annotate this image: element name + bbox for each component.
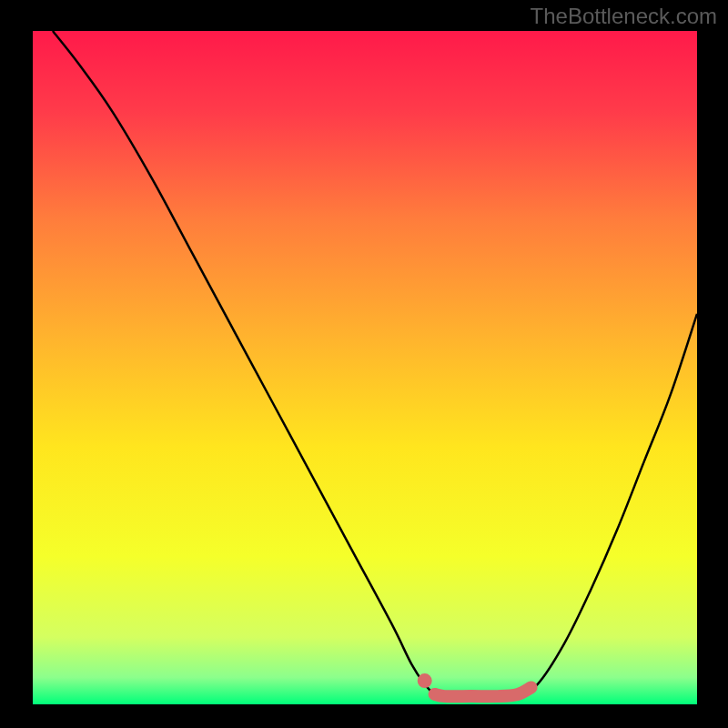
chart-container: TheBottleneck.com — [0, 0, 728, 728]
chart-svg — [0, 0, 728, 728]
series-marker-point — [418, 673, 432, 688]
plot-background — [33, 31, 697, 704]
watermark-text: TheBottleneck.com — [531, 4, 717, 29]
